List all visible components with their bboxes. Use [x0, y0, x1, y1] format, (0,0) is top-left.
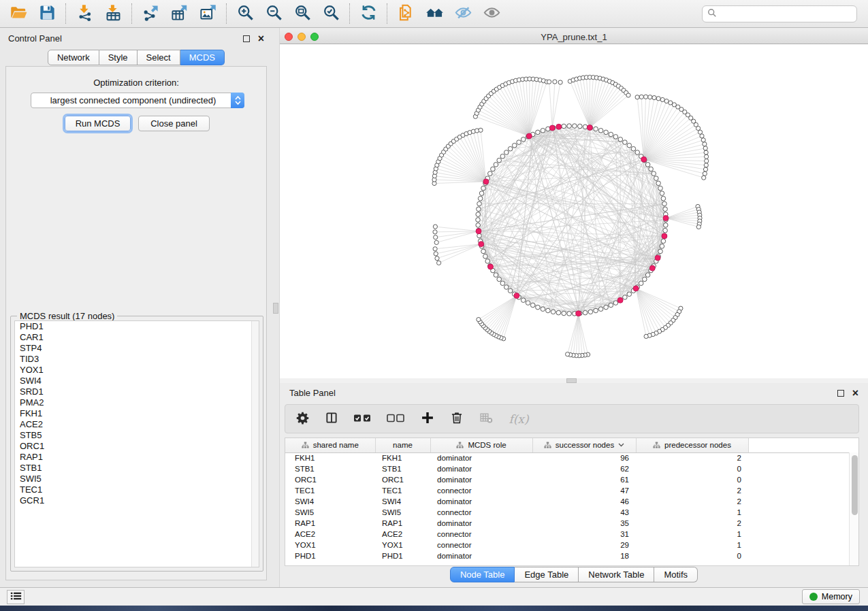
clear-checks-button[interactable] [385, 410, 407, 428]
mcds-node-item[interactable]: GCR1 [15, 495, 259, 506]
table-row[interactable]: FKH1FKH1dominator962 [285, 452, 858, 463]
table-float-icon[interactable] [837, 390, 844, 397]
horizontal-divider[interactable] [280, 378, 868, 383]
memory-button[interactable]: Memory [802, 589, 860, 604]
zoom-in-button[interactable] [235, 3, 255, 24]
function-builder-button[interactable]: f(x) [507, 410, 531, 428]
export-image-button[interactable] [197, 3, 218, 24]
tab-select[interactable]: Select [138, 50, 180, 65]
table-row[interactable]: SWI5SWI5connector431 [285, 507, 858, 518]
table-scrollbar[interactable] [849, 452, 858, 565]
mcds-node-item[interactable]: PMA2 [15, 397, 259, 408]
table-panel: Table Panel × f(x) shared namenameMCDS r… [280, 383, 868, 587]
column-header-predecessor-nodes[interactable]: predecessor nodes [636, 438, 748, 452]
mcds-list-scrollbar[interactable] [251, 321, 259, 567]
table-cell: dominator [430, 452, 532, 463]
first-neighbors-button[interactable] [424, 3, 445, 24]
mcds-node-item[interactable]: CAR1 [15, 332, 259, 343]
zoom-in-icon [236, 3, 255, 24]
mcds-node-item[interactable]: STB5 [15, 430, 259, 441]
tab-node-table[interactable]: Node Table [450, 567, 515, 582]
mcds-node-item[interactable]: ACE2 [15, 419, 259, 430]
mcds-node-item[interactable]: STP4 [15, 343, 259, 354]
tab-network[interactable]: Network [48, 50, 99, 65]
add-column-button[interactable] [419, 410, 436, 428]
column-header-successor-nodes[interactable]: successor nodes [532, 438, 636, 452]
table-row[interactable]: SWI4SWI4dominator462 [285, 496, 858, 507]
import-table-button[interactable] [103, 3, 123, 24]
mcds-result-list[interactable]: PHD1CAR1STP4TID3YOX1SWI4SRD1PMA2FKH1ACE2… [14, 320, 259, 567]
table-row[interactable]: YOX1YOX1connector291 [285, 540, 858, 550]
table-row[interactable]: RAP1RAP1dominator352 [285, 518, 858, 529]
zoom-fit-button[interactable] [292, 3, 312, 24]
mcds-node-item[interactable]: PHD1 [15, 321, 259, 332]
network-window-title: YPA_prune.txt_1 [280, 32, 868, 42]
h-divider-thumb[interactable] [566, 378, 577, 383]
mcds-node-item[interactable]: YOX1 [15, 365, 259, 376]
hide-selected-button[interactable] [453, 3, 473, 24]
divider-thumb[interactable] [273, 303, 278, 314]
save-session-button[interactable] [37, 3, 57, 24]
mcds-node-item[interactable]: STB1 [15, 463, 259, 474]
import-network-button[interactable] [74, 3, 95, 24]
close-panel-icon[interactable]: × [258, 35, 264, 42]
mcds-node-item[interactable]: TEC1 [15, 484, 259, 495]
search-input[interactable] [720, 9, 852, 19]
open-session-button[interactable] [8, 3, 29, 24]
mcds-node-item[interactable]: FKH1 [15, 408, 259, 419]
refresh-layout-button[interactable] [358, 3, 379, 24]
column-header-mcds-role[interactable]: MCDS role [430, 438, 532, 452]
memory-status-dot [809, 593, 818, 601]
tab-motifs[interactable]: Motifs [654, 567, 698, 582]
table-settings-button[interactable] [293, 410, 311, 428]
mcds-node-item[interactable]: SWI5 [15, 474, 259, 484]
table-row[interactable]: ACE2ACE2connector311 [285, 529, 858, 540]
export-table-button[interactable] [169, 3, 189, 24]
table-scroll-thumb[interactable] [852, 455, 858, 515]
table-cell: SWI4 [285, 496, 375, 507]
tab-style[interactable]: Style [99, 50, 138, 65]
task-history-button[interactable] [7, 590, 25, 604]
close-panel-button[interactable]: Close panel [138, 116, 210, 131]
mcds-node-item[interactable]: SRD1 [15, 386, 259, 397]
table-row[interactable]: ORC1ORC1dominator610 [285, 474, 858, 485]
select-all-checks-button[interactable] [352, 410, 374, 428]
delete-table-button[interactable] [477, 410, 495, 428]
network-canvas[interactable] [280, 44, 868, 378]
delete-column-button[interactable] [448, 410, 466, 428]
show-all-button[interactable] [481, 3, 502, 24]
tab-network-table[interactable]: Network Table [579, 567, 654, 582]
table-close-icon[interactable]: × [852, 390, 858, 397]
criterion-select[interactable]: largest connected component (undirected) [31, 93, 244, 108]
network-window-titlebar[interactable]: YPA_prune.txt_1 [280, 30, 868, 44]
table-row[interactable]: TEC1TEC1connector472 [285, 485, 858, 496]
duplicate-network-button[interactable] [396, 3, 416, 24]
node-table[interactable]: shared namenameMCDS rolesuccessor nodesp… [285, 438, 858, 561]
table-cell: PHD1 [375, 550, 430, 561]
network-graph[interactable] [280, 44, 868, 378]
column-layout-button[interactable] [323, 410, 340, 428]
vertical-divider[interactable] [272, 28, 280, 587]
tab-mcds[interactable]: MCDS [180, 50, 225, 65]
mcds-result-group: MCDS result (17 nodes) PHD1CAR1STP4TID3Y… [10, 316, 263, 572]
export-network-button[interactable] [140, 3, 161, 24]
zoom-selected-icon [322, 3, 340, 24]
column-header-name[interactable]: name [375, 438, 430, 452]
float-panel-icon[interactable] [243, 35, 250, 42]
mcds-node-item[interactable]: ORC1 [15, 441, 259, 452]
table-row[interactable]: PHD1PHD1dominator180 [285, 550, 858, 561]
search-icon [707, 8, 717, 20]
table-cell: STB1 [285, 463, 375, 474]
table-row[interactable]: STB1STB1dominator620 [285, 463, 858, 474]
run-mcds-button[interactable]: Run MCDS [65, 116, 131, 131]
mcds-node-item[interactable]: SWI4 [15, 376, 259, 386]
zoom-selected-button[interactable] [321, 3, 341, 24]
mcds-node-item[interactable]: TID3 [15, 354, 259, 365]
mcds-node-item[interactable]: RAP1 [15, 452, 259, 463]
column-header-shared-name[interactable]: shared name [285, 438, 375, 452]
zoom-out-button[interactable] [263, 3, 284, 24]
search-field[interactable] [702, 5, 857, 22]
tab-edge-table[interactable]: Edge Table [515, 567, 579, 582]
toolbar-group-import [65, 3, 131, 24]
optimization-label: Optimization criterion: [6, 78, 266, 88]
